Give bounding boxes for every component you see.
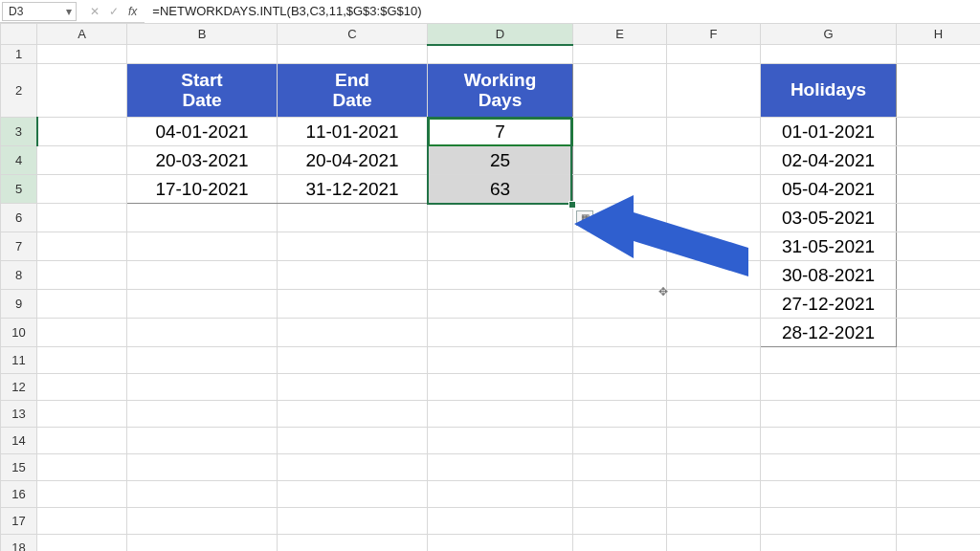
cell-G6[interactable]: 03-05-2021 — [761, 204, 897, 232]
cell-H3[interactable] — [897, 118, 981, 146]
row-7-label[interactable]: 7 — [1, 232, 37, 261]
row-18-label[interactable]: 18 — [1, 535, 37, 552]
cell-E3[interactable] — [573, 118, 667, 146]
formula-bar: D3 ▾ ✕ ✓ fx — [0, 0, 980, 23]
cell-A4[interactable] — [37, 146, 127, 175]
row-14-label[interactable]: 14 — [1, 428, 37, 454]
cell-H4[interactable] — [897, 146, 981, 175]
col-A[interactable]: A — [37, 24, 127, 45]
cell-E5[interactable] — [573, 175, 667, 204]
autofill-options-icon[interactable]: ▦ — [576, 210, 593, 226]
cell-G4[interactable]: 02-04-2021 — [761, 146, 897, 175]
cell-F5[interactable] — [667, 175, 761, 204]
col-B[interactable]: B — [127, 24, 278, 45]
formula-input[interactable] — [145, 0, 980, 23]
cancel-icon[interactable]: ✕ — [90, 5, 100, 18]
cell-H5[interactable] — [897, 175, 981, 204]
cell-G10[interactable]: 28-12-2021 — [761, 319, 897, 347]
cell-B3[interactable]: 04-01-2021 — [127, 118, 278, 146]
cell-A5[interactable] — [37, 175, 127, 204]
cell-G9[interactable]: 27-12-2021 — [761, 290, 897, 319]
row-2-label[interactable]: 2 — [1, 64, 37, 118]
row-12-label[interactable]: 12 — [1, 374, 37, 401]
select-all-corner[interactable] — [1, 24, 37, 45]
enter-icon[interactable]: ✓ — [109, 5, 119, 18]
fx-icon[interactable]: fx — [128, 5, 137, 18]
row-15-label[interactable]: 15 — [1, 454, 37, 481]
cell-E4[interactable] — [573, 146, 667, 175]
col-E[interactable]: E — [573, 24, 667, 45]
cell-G3[interactable]: 01-01-2021 — [761, 118, 897, 146]
row-8-label[interactable]: 8 — [1, 261, 37, 290]
row-17-label[interactable]: 17 — [1, 508, 37, 535]
row-5-label[interactable]: 5 — [1, 175, 37, 204]
cell-B4[interactable]: 20-03-2021 — [127, 146, 278, 175]
cell-G7[interactable]: 31-05-2021 — [761, 232, 897, 261]
row-13-label[interactable]: 13 — [1, 401, 37, 428]
name-box[interactable]: D3 ▾ — [2, 2, 77, 21]
col-H[interactable]: H — [897, 24, 981, 45]
row-9-label[interactable]: 9 — [1, 290, 37, 319]
grid-area: A B C D E F G H 1 2 Start Date End Date … — [0, 23, 980, 551]
cell-D3[interactable]: 7 — [428, 118, 573, 146]
spreadsheet-grid[interactable]: A B C D E F G H 1 2 Start Date End Date … — [0, 23, 980, 551]
cell-G8[interactable]: 30-08-2021 — [761, 261, 897, 290]
name-box-dropdown-icon[interactable]: ▾ — [62, 5, 76, 18]
col-D[interactable]: D — [428, 24, 573, 45]
cell-B5[interactable]: 17-10-2021 — [127, 175, 278, 204]
col-C[interactable]: C — [278, 24, 428, 45]
cell-D5[interactable]: 63 — [428, 175, 573, 204]
cell-C4[interactable]: 20-04-2021 — [278, 146, 428, 175]
row-6-label[interactable]: 6 — [1, 204, 37, 232]
column-labels[interactable]: A B C D E F G H — [1, 24, 981, 45]
cell-G5[interactable]: 05-04-2021 — [761, 175, 897, 204]
cell-D4[interactable]: 25 — [428, 146, 573, 175]
name-box-value: D3 — [9, 5, 23, 18]
row-4-label[interactable]: 4 — [1, 146, 37, 175]
header-holidays: Holidays — [761, 64, 897, 118]
row-16-label[interactable]: 16 — [1, 481, 37, 508]
fill-handle[interactable] — [568, 201, 576, 209]
header-working-days: Working Days — [428, 64, 573, 118]
col-F[interactable]: F — [667, 24, 761, 45]
cell-C3[interactable]: 11-01-2021 — [278, 118, 428, 146]
cell-C5[interactable]: 31-12-2021 — [278, 175, 428, 204]
col-G[interactable]: G — [761, 24, 897, 45]
row-3-label[interactable]: 3 — [1, 118, 37, 146]
row-1-label[interactable]: 1 — [1, 45, 37, 64]
header-end-date: End Date — [278, 64, 428, 118]
cell-F3[interactable] — [667, 118, 761, 146]
row-11-label[interactable]: 11 — [1, 347, 37, 374]
header-start-date: Start Date — [127, 64, 278, 118]
cell-A3[interactable] — [37, 118, 127, 146]
row-10-label[interactable]: 10 — [1, 319, 37, 347]
formula-bar-icons: ✕ ✓ fx — [77, 5, 145, 18]
cell-F4[interactable] — [667, 146, 761, 175]
